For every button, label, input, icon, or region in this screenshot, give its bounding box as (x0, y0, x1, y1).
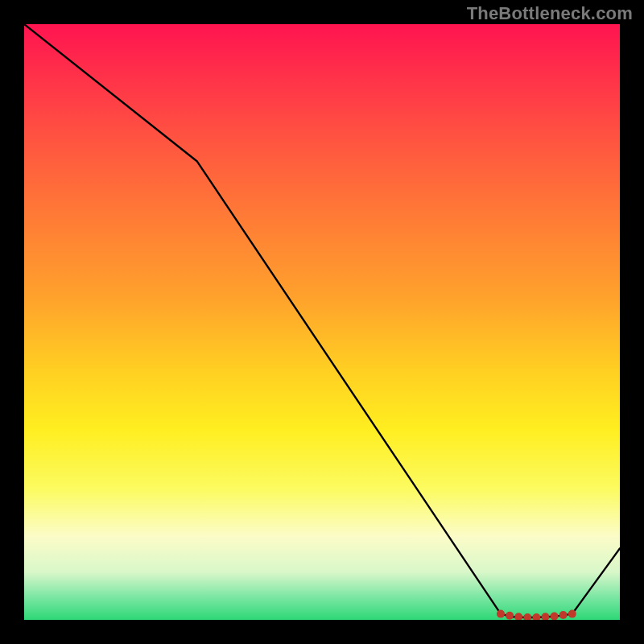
marker-dot (542, 613, 550, 620)
marker-dot (497, 610, 505, 618)
marker-dot (551, 613, 559, 620)
chart-frame: TheBottleneck.com (0, 0, 644, 644)
marker-dot (506, 612, 514, 620)
marker-dot (523, 613, 531, 620)
marker-dot (532, 613, 540, 620)
marker-dot (568, 610, 576, 618)
marker-dot (559, 611, 568, 619)
marker-group (497, 610, 576, 620)
plot-area (24, 24, 620, 620)
marker-dot (514, 613, 522, 620)
chart-svg (24, 24, 620, 620)
watermark-text: TheBottleneck.com (467, 3, 633, 24)
curve-line (24, 24, 620, 617)
